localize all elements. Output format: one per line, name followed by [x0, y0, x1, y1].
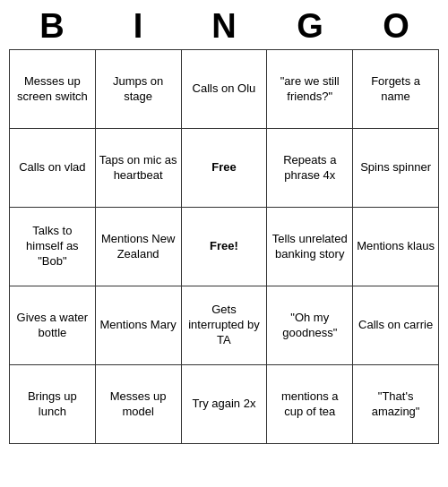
grid-cell-1-2: Free	[181, 129, 267, 208]
grid-cell-3-0: Gives a water bottle	[10, 286, 96, 365]
grid-cell-1-3: Repeats a phrase 4x	[267, 129, 353, 208]
grid-cell-0-0: Messes up screen switch	[10, 50, 96, 129]
grid-cell-4-2: Try again 2x	[181, 365, 267, 444]
grid-cell-4-0: Brings up lunch	[10, 365, 96, 444]
grid-cell-0-3: "are we still friends?"	[267, 50, 353, 129]
grid-cell-0-1: Jumps on stage	[95, 50, 181, 129]
bingo-letter: B	[20, 7, 84, 46]
bingo-letter: N	[192, 7, 256, 46]
grid-cell-2-1: Mentions New Zealand	[95, 208, 181, 286]
grid-cell-4-3: mentions a cup of tea	[267, 365, 353, 444]
grid-cell-2-0: Talks to himself as "Bob"	[10, 208, 96, 286]
grid-cell-0-4: Forgets a name	[353, 50, 439, 129]
grid-cell-4-4: "That's amazing"	[353, 365, 439, 444]
bingo-letter: G	[278, 7, 342, 46]
bingo-letter: I	[106, 7, 170, 46]
grid-cell-1-0: Calls on vlad	[10, 129, 96, 208]
bingo-letter: O	[364, 7, 428, 46]
grid-cell-3-3: "Oh my goodness"	[267, 286, 353, 365]
grid-cell-3-4: Calls on carrie	[353, 286, 439, 365]
grid-cell-3-1: Mentions Mary	[95, 286, 181, 365]
grid-cell-3-2: Gets interrupted by TA	[181, 286, 267, 365]
grid-cell-4-1: Messes up model	[95, 365, 181, 444]
grid-cell-1-4: Spins spinner	[353, 129, 439, 208]
bingo-grid: Messes up screen switchJumps on stageCal…	[9, 49, 439, 444]
bingo-title: BINGO	[9, 0, 439, 49]
grid-cell-2-3: Tells unrelated banking story	[267, 208, 353, 286]
grid-cell-2-4: Mentions klaus	[353, 208, 439, 286]
grid-cell-1-1: Taps on mic as heartbeat	[95, 129, 181, 208]
grid-cell-0-2: Calls on Olu	[181, 50, 267, 129]
grid-cell-2-2: Free!	[181, 208, 267, 286]
